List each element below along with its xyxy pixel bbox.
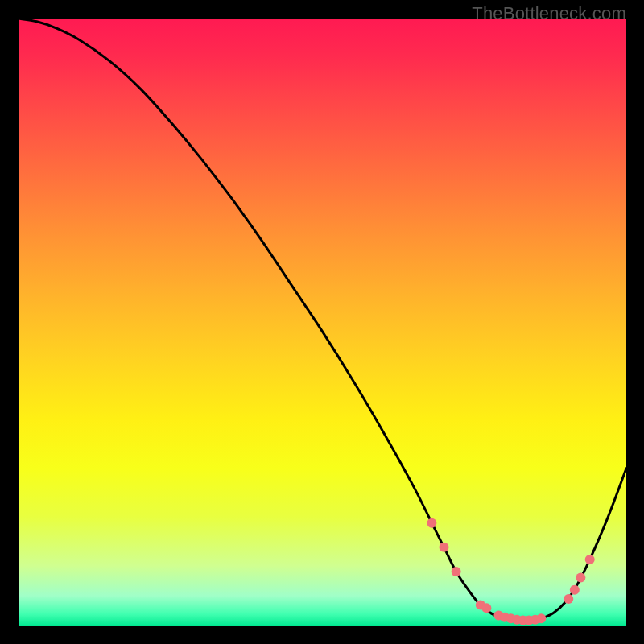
bottleneck-curve [19, 19, 626, 621]
chart-frame: TheBottleneck.com [0, 0, 644, 644]
plot-area [19, 19, 626, 626]
marker-group [427, 518, 594, 625]
curve-svg [19, 19, 626, 626]
marker-point [564, 594, 573, 604]
marker-point [440, 543, 449, 552]
marker-point [427, 518, 436, 528]
marker-point [536, 613, 546, 623]
marker-point [452, 567, 461, 576]
marker-point [481, 603, 491, 613]
marker-point [576, 573, 585, 583]
marker-point [585, 555, 595, 564]
marker-point [570, 585, 580, 595]
